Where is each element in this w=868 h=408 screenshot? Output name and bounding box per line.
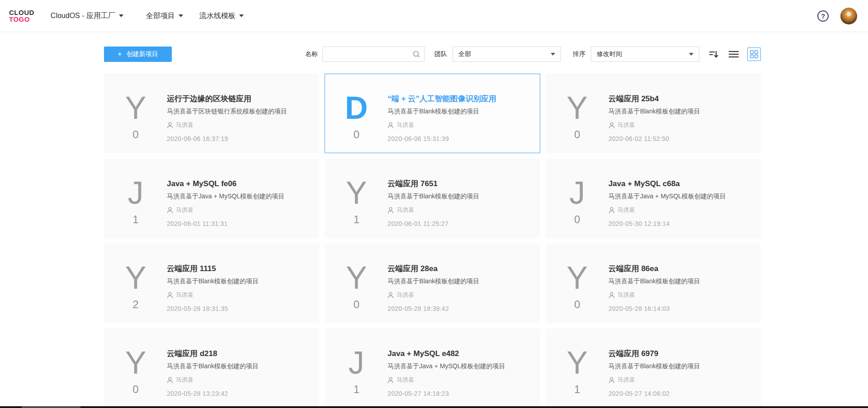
- project-owner: 马洪喜: [387, 121, 530, 129]
- list-view-icon[interactable]: [728, 50, 739, 59]
- person-icon: [609, 207, 615, 214]
- project-card-left: Y 0: [546, 94, 609, 153]
- project-owner: 马洪喜: [167, 291, 310, 299]
- project-owner-name: 马洪喜: [618, 376, 635, 384]
- bottom-edge-bar: [0, 406, 868, 408]
- nav-item-label: 全部项目: [146, 11, 175, 21]
- project-timestamp: 2020-05-28 13:23:42: [167, 390, 310, 397]
- name-filter-label: 名称: [305, 50, 318, 58]
- project-card-body: 云端应用 1115 马洪喜基于Blank模板创建的项目 马洪喜 2020-05-…: [167, 264, 319, 323]
- name-search-input[interactable]: [323, 47, 409, 61]
- team-select-value: 全部: [458, 50, 471, 58]
- project-card-left: Y 2: [104, 264, 167, 323]
- project-card[interactable]: Y 0 云端应用 86ea 马洪喜基于Blank模板创建的项目 马洪喜 2020…: [546, 244, 761, 323]
- sort-select[interactable]: 修改时间: [591, 47, 699, 62]
- project-card-left: Y 0: [546, 264, 609, 323]
- project-card[interactable]: Y 0 云端应用 25b4 马洪喜基于Blank模板创建的项目 马洪喜 2020…: [546, 74, 761, 153]
- project-owner-name: 马洪喜: [396, 291, 414, 299]
- project-card-body: 云端应用 86ea 马洪喜基于Blank模板创建的项目 马洪喜 2020-05-…: [609, 264, 760, 323]
- nav-item-pipeline-templates[interactable]: 流水线模板: [199, 11, 244, 21]
- project-card[interactable]: Y 0 云端应用 d218 马洪喜基于Blank模板创建的项目 马洪喜 2020…: [104, 328, 319, 408]
- person-icon: [387, 207, 394, 214]
- scrollbar-thumb[interactable]: [22, 406, 80, 408]
- project-count: 1: [104, 214, 167, 225]
- project-timestamp: 2020-05-27 14:06:02: [609, 390, 751, 397]
- project-title[interactable]: 云端应用 25b4: [609, 94, 751, 104]
- project-card-body: Java + MySQL e482 马洪喜基于Java + MySQL模板创建的…: [387, 349, 539, 408]
- project-card-left: Y 1: [546, 349, 609, 408]
- project-description: 马洪喜基于区块链银行系统模板创建的项目: [167, 108, 310, 116]
- project-card-body: 云端应用 d218 马洪喜基于Blank模板创建的项目 马洪喜 2020-05-…: [167, 349, 319, 408]
- project-count: 0: [325, 299, 387, 310]
- nav-item-all-projects[interactable]: 全部项目: [146, 11, 183, 21]
- project-title[interactable]: Java + MySQL c68a: [609, 179, 751, 189]
- project-title[interactable]: Java + MySQL e482: [387, 349, 530, 359]
- project-card[interactable]: J 0 Java + MySQL c68a 马洪喜基于Java + MySQL模…: [546, 159, 761, 238]
- project-title[interactable]: 云端应用 86ea: [609, 264, 751, 274]
- person-icon: [167, 292, 173, 299]
- person-icon: [167, 377, 173, 384]
- project-title[interactable]: 运行于边缘的区块链应用: [167, 94, 310, 104]
- top-navbar: CLOUD TOGO CloudOS - 应用工厂 全部项目 流水线模板 ?: [0, 0, 868, 32]
- project-card[interactable]: Y 0 运行于边缘的区块链应用 马洪喜基于区块链银行系统模板创建的项目 马洪喜 …: [104, 74, 319, 153]
- project-owner-name: 马洪喜: [176, 121, 193, 129]
- project-count: 0: [546, 299, 609, 310]
- project-owner-name: 马洪喜: [618, 291, 635, 299]
- chevron-down-icon: [689, 53, 693, 56]
- chevron-down-icon: [551, 53, 555, 56]
- project-title[interactable]: 云端应用 28ea: [387, 264, 530, 274]
- project-title[interactable]: 云端应用 6979: [609, 349, 751, 359]
- brand-logo-line2: TOGO: [9, 16, 34, 23]
- project-card[interactable]: Y 0 云端应用 28ea 马洪喜基于Blank模板创建的项目 马洪喜 2020…: [325, 244, 540, 323]
- grid-view-icon: [750, 50, 758, 58]
- project-letter-avatar: J: [546, 179, 609, 207]
- project-card[interactable]: D 0 “端 + 云”人工智能图像识别应用 马洪喜基于Blank模板创建的项目 …: [325, 74, 540, 153]
- nav-item-cloudos-app-factory[interactable]: CloudOS - 应用工厂: [51, 11, 123, 21]
- project-title[interactable]: Java + MySQL fe06: [167, 179, 310, 189]
- project-letter-avatar: Y: [546, 264, 609, 292]
- brand-logo-line1: CLOUD: [9, 9, 34, 16]
- project-letter-avatar: Y: [104, 349, 167, 377]
- nav-item-label: 流水线模板: [199, 11, 236, 21]
- project-card[interactable]: J 1 Java + MySQL fe06 马洪喜基于Java + MySQL模…: [104, 159, 319, 238]
- project-owner: 马洪喜: [167, 206, 310, 214]
- project-count: 1: [325, 384, 387, 395]
- project-title[interactable]: 云端应用 7651: [387, 179, 530, 189]
- help-icon[interactable]: ?: [817, 10, 829, 22]
- project-owner: 马洪喜: [387, 291, 530, 299]
- project-title[interactable]: 云端应用 1115: [167, 264, 310, 274]
- team-select[interactable]: 全部: [453, 47, 561, 62]
- person-icon: [167, 122, 173, 129]
- project-count: 1: [546, 384, 609, 395]
- project-owner: 马洪喜: [609, 206, 751, 214]
- project-card[interactable]: J 1 Java + MySQL e482 马洪喜基于Java + MySQL模…: [325, 328, 540, 408]
- project-timestamp: 2020-05-27 14:18:23: [387, 390, 530, 397]
- project-letter-avatar: Y: [546, 349, 609, 377]
- project-description: 马洪喜基于Blank模板创建的项目: [167, 277, 310, 286]
- project-card[interactable]: Y 1 云端应用 6979 马洪喜基于Blank模板创建的项目 马洪喜 2020…: [546, 328, 761, 408]
- project-title[interactable]: “端 + 云”人工智能图像识别应用: [387, 94, 530, 104]
- project-card[interactable]: Y 2 云端应用 1115 马洪喜基于Blank模板创建的项目 马洪喜 2020…: [104, 244, 319, 323]
- project-card[interactable]: Y 1 云端应用 7651 马洪喜基于Blank模板创建的项目 马洪喜 2020…: [325, 159, 540, 238]
- search-icon[interactable]: [412, 50, 420, 58]
- sort-direction-icon[interactable]: [708, 49, 719, 59]
- project-owner: 马洪喜: [387, 206, 530, 214]
- sort-select-value: 修改时间: [597, 50, 622, 58]
- project-card-left: Y 0: [104, 94, 167, 153]
- project-count: 2: [104, 299, 167, 310]
- project-description: 马洪喜基于Java + MySQL模板创建的项目: [609, 192, 751, 201]
- project-count: 0: [104, 384, 167, 395]
- project-title[interactable]: 云端应用 d218: [167, 349, 310, 359]
- project-owner: 马洪喜: [167, 376, 310, 384]
- grid-view-toggle[interactable]: [747, 47, 761, 61]
- project-owner-name: 马洪喜: [176, 206, 193, 214]
- project-timestamp: 2020-06-01 11:25:27: [387, 220, 530, 227]
- project-card-left: Y 0: [325, 264, 387, 323]
- user-avatar[interactable]: [840, 8, 857, 24]
- main-content: + 创建新项目 名称 团队 全部 排序 修改时间: [104, 47, 761, 408]
- project-card-left: J 1: [104, 179, 167, 238]
- project-timestamp: 2020-06-02 11:52:50: [609, 135, 751, 142]
- project-owner-name: 马洪喜: [176, 376, 193, 384]
- create-project-button[interactable]: + 创建新项目: [104, 47, 172, 62]
- brand-logo[interactable]: CLOUD TOGO: [9, 9, 34, 23]
